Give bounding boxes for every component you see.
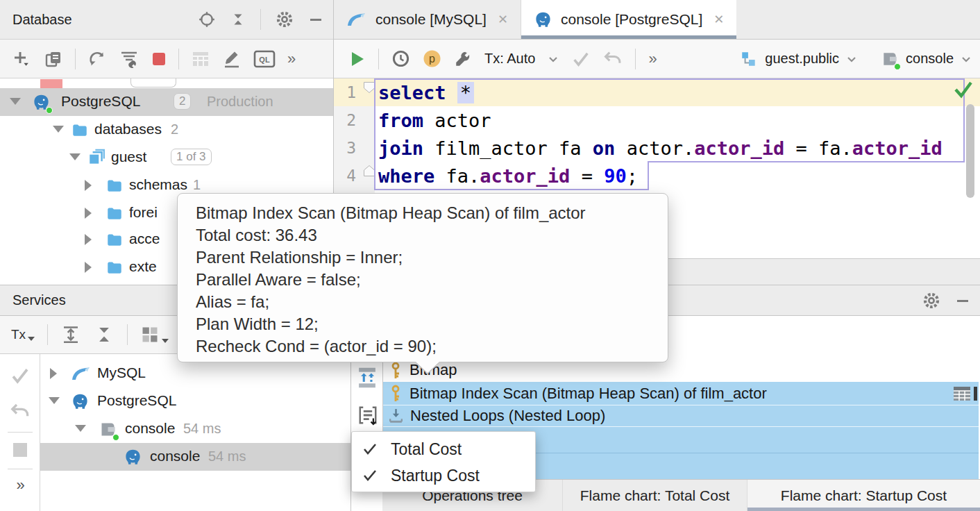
edit-icon[interactable] bbox=[222, 49, 242, 69]
gear-icon[interactable] bbox=[922, 291, 941, 310]
duration-text: 54 ms bbox=[208, 449, 246, 464]
services-row-postgresql[interactable]: PostgreSQL bbox=[40, 387, 350, 415]
chevron-down-icon[interactable] bbox=[53, 126, 64, 133]
folder-icon bbox=[105, 231, 124, 249]
services-row-console-selected[interactable]: console 54 ms bbox=[40, 443, 350, 471]
collapse-all-icon[interactable] bbox=[230, 11, 246, 28]
duration-text: 54 ms bbox=[183, 421, 221, 437]
chevron-down-icon[interactable] bbox=[846, 53, 857, 65]
line-number: 3 bbox=[338, 139, 356, 157]
chevron-right-icon[interactable] bbox=[85, 262, 92, 273]
clipped-row-fragment bbox=[40, 79, 62, 88]
plan-row-label: Nested Loops (Nested Loop) bbox=[410, 407, 605, 425]
tree-row-guest[interactable]: guest 1 of 3 bbox=[0, 144, 333, 171]
tab-console-mysql[interactable]: console [MySQL] ✕ bbox=[334, 0, 521, 39]
check-icon bbox=[362, 467, 378, 484]
tab-console-postgresql[interactable]: console [PostgreSQL] ✕ bbox=[521, 0, 736, 39]
database-toolbar: QL » bbox=[0, 40, 333, 78]
tree-row-databases[interactable]: databases 2 bbox=[0, 116, 333, 144]
menu-item-startup-cost[interactable]: Startup Cost bbox=[352, 462, 535, 489]
session-selector[interactable]: console bbox=[906, 51, 954, 67]
history-clock-icon[interactable] bbox=[391, 49, 410, 68]
tree-label: exte bbox=[129, 258, 157, 275]
close-icon[interactable]: ✕ bbox=[713, 12, 724, 27]
chevron-down-icon[interactable] bbox=[49, 397, 60, 404]
view-options-icon[interactable] bbox=[355, 403, 380, 428]
services-row-session[interactable]: console 54 ms bbox=[40, 415, 350, 443]
stop-icon bbox=[12, 442, 28, 458]
hide-icon[interactable] bbox=[308, 12, 323, 27]
wrench-icon[interactable] bbox=[454, 50, 472, 68]
divider bbox=[8, 432, 33, 433]
duplicate-icon[interactable] bbox=[44, 49, 63, 69]
chevron-right-icon[interactable] bbox=[85, 180, 92, 191]
ide-window: Database QL » bbox=[0, 0, 980, 511]
count-text: 2 bbox=[171, 122, 178, 137]
gear-icon[interactable] bbox=[275, 10, 294, 29]
more-chevrons-icon[interactable]: » bbox=[287, 50, 294, 68]
mysql-dolphin-icon bbox=[346, 10, 367, 28]
console-ql-icon[interactable]: QL bbox=[253, 49, 276, 69]
stretch-rows-icon[interactable] bbox=[354, 365, 380, 391]
nested-loop-icon bbox=[387, 408, 405, 425]
chevron-right-icon[interactable] bbox=[85, 234, 92, 245]
connected-dot bbox=[46, 107, 53, 114]
editor-scrollbar[interactable] bbox=[966, 104, 974, 198]
chevron-down-icon[interactable] bbox=[961, 53, 972, 65]
close-icon[interactable]: ✕ bbox=[498, 12, 508, 27]
expand-all-icon[interactable] bbox=[60, 324, 81, 345]
postgresql-elephant-icon bbox=[71, 392, 90, 411]
connected-dot bbox=[894, 63, 901, 70]
commit-check-icon bbox=[571, 49, 591, 69]
tree-label: PostgreSQL bbox=[97, 392, 176, 409]
hide-icon[interactable] bbox=[955, 293, 970, 308]
chevron-right-icon[interactable] bbox=[50, 368, 57, 379]
tree-label: schemas bbox=[129, 176, 187, 193]
chevron-down-icon[interactable] bbox=[10, 98, 21, 105]
chevron-down-icon[interactable] bbox=[75, 425, 86, 432]
tab-flame-startup-cost[interactable]: Flame chart: Startup Cost bbox=[747, 480, 980, 511]
fold-handle-icon[interactable] bbox=[363, 81, 375, 94]
parameter-p-icon[interactable]: p bbox=[423, 49, 441, 68]
tree-label: databases bbox=[94, 121, 162, 137]
more-chevrons-icon[interactable]: » bbox=[16, 476, 23, 494]
tree-label: MySQL bbox=[97, 365, 146, 381]
editor-toolbar: p Tx: Auto » guest.public console bbox=[334, 40, 980, 78]
data-source-properties-icon[interactable] bbox=[119, 49, 140, 69]
svg-text:QL: QL bbox=[259, 56, 270, 64]
run-icon[interactable] bbox=[349, 50, 366, 68]
table-grid-icon[interactable] bbox=[953, 385, 971, 402]
environment-tag: Production bbox=[207, 94, 273, 110]
services-side-rail: » bbox=[0, 354, 40, 511]
folder-icon bbox=[105, 176, 124, 194]
add-icon[interactable] bbox=[11, 49, 32, 69]
plan-row-bitmap-scan[interactable]: Bitmap Index Scan (Bitmap Heap Scan) of … bbox=[383, 382, 979, 405]
count-text: 1 bbox=[193, 177, 201, 193]
menu-item-total-cost[interactable]: Total Cost bbox=[352, 436, 535, 462]
svg-text:p: p bbox=[429, 53, 435, 65]
postgresql-elephant-icon bbox=[124, 448, 142, 467]
fold-handle-icon[interactable] bbox=[363, 165, 375, 177]
refresh-icon[interactable] bbox=[87, 49, 107, 69]
chevron-down-icon[interactable] bbox=[69, 153, 81, 160]
active-tab-underline bbox=[521, 35, 736, 39]
collapse-all-icon[interactable] bbox=[94, 324, 115, 345]
tx-dropdown[interactable]: Tx bbox=[11, 327, 35, 342]
services-row-mysql[interactable]: MySQL bbox=[40, 360, 350, 387]
tab-flame-total-cost[interactable]: Flame chart: Total Cost bbox=[563, 480, 747, 511]
schema-icon bbox=[740, 50, 758, 68]
stop-icon[interactable] bbox=[151, 51, 167, 67]
group-by-icon[interactable] bbox=[140, 325, 169, 344]
locate-icon[interactable] bbox=[198, 10, 216, 28]
more-chevrons-icon[interactable]: » bbox=[648, 50, 655, 68]
key-icon bbox=[387, 361, 404, 380]
line-number: 1 bbox=[338, 83, 356, 101]
chevron-down-icon[interactable] bbox=[548, 53, 559, 65]
session-icon bbox=[99, 420, 117, 439]
chevron-right-icon[interactable] bbox=[85, 208, 92, 219]
folder-icon bbox=[105, 204, 124, 222]
tree-row-postgresql[interactable]: PostgreSQL 2 Production bbox=[0, 88, 333, 116]
plan-row-nested-loops[interactable]: Nested Loops (Nested Loop) bbox=[383, 405, 979, 426]
schema-selector[interactable]: guest.public bbox=[765, 51, 839, 67]
tx-mode-dropdown[interactable]: Tx: Auto bbox=[484, 51, 535, 67]
